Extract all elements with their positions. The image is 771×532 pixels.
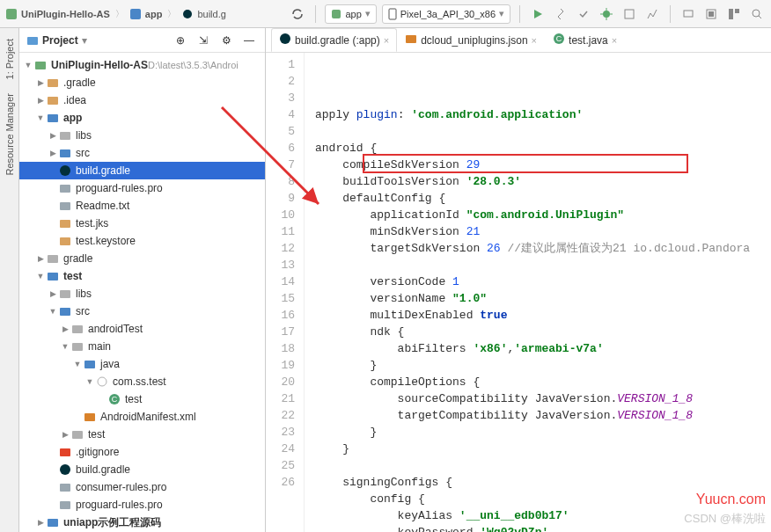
- code-line[interactable]: abiFilters 'x86','armeabi-v7a': [315, 340, 771, 357]
- tree-node[interactable]: libs: [19, 285, 265, 302]
- tree-node[interactable]: AndroidManifest.xml: [19, 408, 265, 426]
- coverage-icon[interactable]: [620, 5, 638, 23]
- sdk-icon[interactable]: [702, 5, 720, 23]
- debug-button[interactable]: [598, 5, 615, 23]
- tree-node[interactable]: test.keystore: [19, 232, 265, 250]
- code-line[interactable]: compileOptions {: [315, 374, 771, 390]
- code-line[interactable]: apply plugin: 'com.android.application': [315, 106, 771, 123]
- expand-arrow-icon[interactable]: [60, 342, 70, 351]
- code-line[interactable]: buildToolsVersion '28.0.3': [315, 173, 771, 190]
- apply-code-icon[interactable]: [575, 5, 592, 23]
- breadcrumb-file[interactable]: build.g: [197, 9, 225, 19]
- tree-node[interactable]: Readme.txt: [19, 197, 265, 215]
- tree-node[interactable]: libs: [19, 127, 265, 144]
- tree-node[interactable]: .gradle: [19, 74, 265, 91]
- tree-node[interactable]: build.gradle: [19, 461, 265, 478]
- tree-node[interactable]: src: [19, 302, 265, 320]
- tree-node[interactable]: main: [19, 338, 265, 355]
- code-line[interactable]: versionName "1.0": [315, 290, 771, 307]
- tree-node[interactable]: uniapp示例工程源码: [19, 514, 265, 531]
- close-icon[interactable]: ×: [532, 35, 537, 46]
- code-line[interactable]: compileSdkVersion 29: [315, 157, 771, 173]
- editor-tab[interactable]: C test.java ×: [545, 28, 625, 52]
- close-icon[interactable]: ×: [384, 35, 389, 46]
- hide-icon[interactable]: —: [240, 32, 258, 49]
- apply-changes-icon[interactable]: [552, 5, 569, 23]
- device-selector[interactable]: Pixel_3a_API_30_x86 ▾: [382, 4, 510, 24]
- editor[interactable]: 1234567891011121314151617181920212223242…: [266, 53, 771, 532]
- tree-node[interactable]: test: [19, 267, 265, 285]
- tree-node[interactable]: proguard-rules.pro: [19, 179, 265, 197]
- tree-node[interactable]: .idea: [19, 91, 265, 109]
- tree-node[interactable]: C test: [19, 390, 265, 408]
- close-icon[interactable]: ×: [612, 35, 617, 46]
- code-line[interactable]: [315, 123, 771, 140]
- code-line[interactable]: }: [315, 357, 771, 374]
- code-area[interactable]: apply plugin: 'com.android.application'a…: [305, 53, 771, 532]
- tree-node[interactable]: consumer-rules.pro: [19, 478, 265, 496]
- tree-node[interactable]: com.ss.test: [19, 373, 265, 390]
- search-icon[interactable]: [748, 5, 766, 23]
- expand-arrow-icon[interactable]: [35, 96, 46, 105]
- run-config-selector[interactable]: app ▾: [325, 4, 376, 24]
- tree-node[interactable]: androidTest: [19, 320, 265, 338]
- code-line[interactable]: minSdkVersion 21: [315, 223, 771, 240]
- tree-node[interactable]: test.jks: [19, 215, 265, 232]
- node-label: .gradle: [63, 77, 96, 89]
- code-line[interactable]: targetCompatibility JavaVersion.VERSION_…: [315, 407, 771, 424]
- tree-node[interactable]: proguard-rules.pro: [19, 496, 265, 514]
- breadcrumb-app[interactable]: app: [145, 9, 163, 19]
- expand-arrow-icon[interactable]: [35, 254, 46, 263]
- run-button[interactable]: [529, 5, 547, 23]
- profiler-icon[interactable]: [643, 5, 661, 23]
- tree-node[interactable]: app: [19, 109, 265, 127]
- code-line[interactable]: }: [315, 441, 771, 457]
- tree-node[interactable]: gradle: [19, 250, 265, 267]
- code-line[interactable]: defaultConfig {: [315, 190, 771, 207]
- collapse-icon[interactable]: ⇲: [195, 32, 212, 49]
- expand-arrow-icon[interactable]: [48, 131, 58, 140]
- tree-node[interactable]: .gitignore: [19, 443, 265, 461]
- code-line[interactable]: signingConfigs {: [315, 474, 771, 491]
- code-line[interactable]: }: [315, 424, 771, 441]
- avd-icon[interactable]: [679, 5, 697, 23]
- tab-project-vertical[interactable]: 1: Project: [3, 32, 17, 86]
- code-line[interactable]: multiDexEnabled true: [315, 307, 771, 324]
- expand-arrow-icon[interactable]: [35, 518, 46, 527]
- code-line[interactable]: [315, 257, 771, 273]
- expand-arrow-icon[interactable]: [35, 78, 46, 87]
- layout-icon[interactable]: [725, 5, 743, 23]
- sync-icon[interactable]: [289, 5, 306, 23]
- tree-node[interactable]: build.gradle: [19, 162, 265, 179]
- code-line[interactable]: sourceCompatibility JavaVersion.VERSION_…: [315, 390, 771, 407]
- tree-node[interactable]: java: [19, 355, 265, 373]
- expand-arrow-icon[interactable]: [60, 430, 70, 439]
- expand-arrow-icon[interactable]: [23, 61, 33, 69]
- code-line[interactable]: ndk {: [315, 324, 771, 340]
- breadcrumb-root[interactable]: UniPlugin-Hello-AS: [21, 9, 110, 19]
- project-view-selector[interactable]: Project ▾: [26, 34, 87, 47]
- editor-tab[interactable]: build.gradle (:app) ×: [271, 28, 397, 52]
- code-line[interactable]: [315, 457, 771, 474]
- expand-arrow-icon[interactable]: [72, 360, 83, 368]
- gear-icon[interactable]: ⚙: [217, 32, 235, 49]
- code-line[interactable]: versionCode 1: [315, 273, 771, 290]
- tree-node[interactable]: src: [19, 144, 265, 162]
- expand-arrow-icon[interactable]: [60, 324, 70, 333]
- project-tree[interactable]: UniPlugin-Hello-AS D:\latest\3.5.3\Andro…: [19, 53, 265, 532]
- expand-arrow-icon[interactable]: [48, 149, 58, 157]
- expand-arrow-icon[interactable]: [84, 377, 95, 386]
- expand-arrow-icon[interactable]: [35, 113, 46, 122]
- editor-tab[interactable]: dcloud_uniplugins.json ×: [397, 28, 545, 52]
- tab-resource-manager[interactable]: Resource Manager: [3, 86, 17, 183]
- code-line[interactable]: applicationId "com.android.UniPlugin": [315, 207, 771, 223]
- expand-arrow-icon[interactable]: [48, 289, 58, 298]
- expand-arrow-icon[interactable]: [48, 307, 58, 316]
- code-line[interactable]: targetSdkVersion 26 //建议此属性值设为21 io.dclo…: [315, 240, 771, 257]
- tree-node[interactable]: test: [19, 426, 265, 443]
- tree-node[interactable]: UniPlugin-Hello-AS D:\latest\3.5.3\Andro…: [19, 56, 265, 74]
- class-icon: C: [553, 33, 565, 47]
- expand-arrow-icon[interactable]: [35, 272, 46, 281]
- code-line[interactable]: android {: [315, 140, 771, 157]
- settings-icon[interactable]: ⊕: [172, 32, 189, 49]
